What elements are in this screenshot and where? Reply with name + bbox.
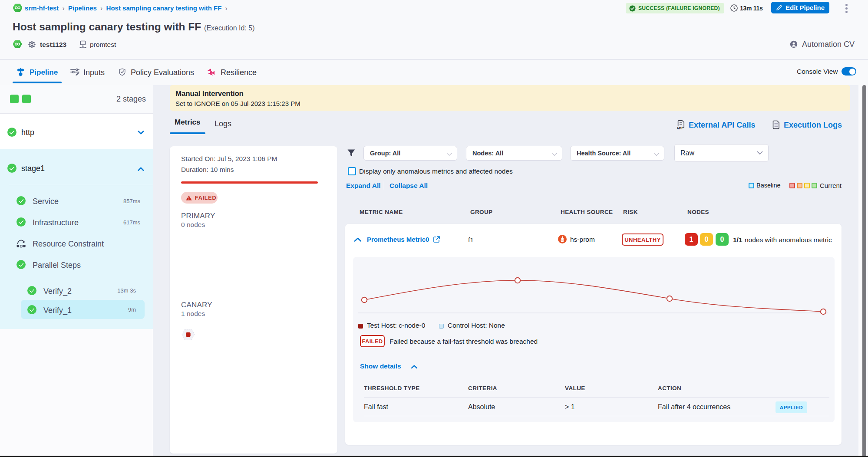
svg-text:API: API: [677, 126, 682, 129]
